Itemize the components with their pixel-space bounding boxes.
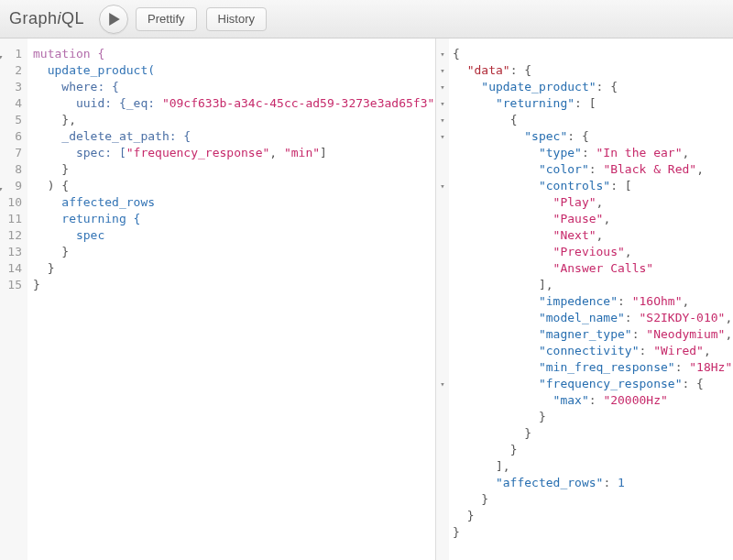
result-pane: ▾▾▾▾▾▾▾▾ { "data": { "update_product": {… (436, 38, 733, 560)
prettify-button[interactable]: Prettify (136, 7, 196, 31)
toolbar: GraphiQL Prettify History (0, 0, 733, 38)
result-fold-gutter: ▾▾▾▾▾▾▾▾ (436, 38, 449, 560)
query-editor-pane: 1▾23456789▾101112131415 mutation { updat… (0, 38, 436, 560)
history-button[interactable]: History (206, 7, 267, 31)
execute-button[interactable] (99, 5, 128, 34)
line-number-gutter: 1▾23456789▾101112131415 (0, 38, 27, 560)
query-editor[interactable]: mutation { update_product( where: { uuid… (27, 38, 435, 560)
play-icon (109, 13, 120, 26)
workspace: 1▾23456789▾101112131415 mutation { updat… (0, 38, 733, 560)
result-viewer[interactable]: { "data": { "update_product": { "returni… (449, 38, 733, 560)
app-logo: GraphiQL (9, 9, 84, 28)
